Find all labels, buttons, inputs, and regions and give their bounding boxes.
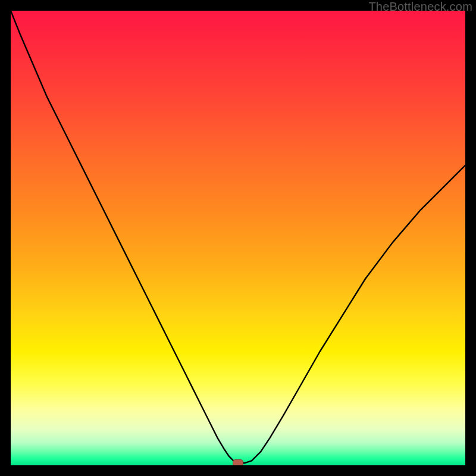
chart-frame: TheBottleneck.com [0,0,476,476]
plot-area [11,11,465,465]
curve-svg [11,11,465,465]
optimal-point-marker [233,459,243,465]
bottleneck-curve [11,11,465,463]
